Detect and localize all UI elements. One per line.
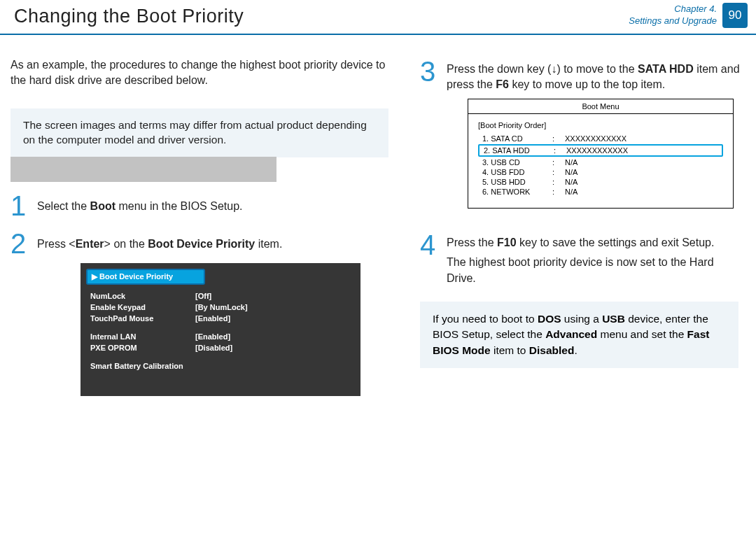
- step3-text: Press the down key (↓) to move to the SA…: [447, 57, 746, 93]
- tip-box: If you need to boot to DOS using a USB d…: [420, 302, 738, 368]
- step-4: 4 Press the F10 key to save the settings…: [420, 231, 746, 286]
- bios-screenshot: ▶ Boot Device Priority NumLock[Off] Enab…: [80, 263, 360, 396]
- bios-boot-device-priority: ▶ Boot Device Priority: [86, 269, 205, 285]
- boot-row: 6. NETWORK:N/A: [478, 187, 723, 197]
- boot-row: 3. USB CD:N/A: [478, 157, 723, 167]
- page-header: Changing the Boot Priority Chapter 4. Se…: [0, 0, 756, 35]
- step-number: 2: [10, 230, 29, 258]
- bios-footer: Smart Battery Calibration: [86, 360, 355, 372]
- bios-row: NumLock[Off]: [86, 290, 355, 302]
- note-box: The screen images and terms may differ f…: [10, 108, 388, 157]
- bios-row: Enable Keypad[By NumLock]: [86, 302, 355, 313]
- boot-row: 1. SATA CD:XXXXXXXXXXXX: [478, 134, 723, 143]
- chapter-line2: Settings and Upgrade: [629, 15, 717, 27]
- boot-row: 4. USB FDD:N/A: [478, 167, 723, 177]
- boot-menu-subtitle: [Boot Priority Order]: [478, 121, 723, 129]
- step1-text: Select the Boot menu in the BIOS Setup.: [37, 192, 242, 214]
- step2-text: Press <Enter> on the Boot Device Priorit…: [37, 230, 282, 252]
- boot-row-selected: 2. SATA HDD:XXXXXXXXXXXX: [478, 144, 723, 157]
- page-number-badge: 90: [722, 3, 748, 28]
- bios-row: PXE OPROM[Disabled]: [86, 342, 355, 353]
- step-number: 4: [420, 231, 438, 259]
- note-gray-block: [10, 157, 276, 182]
- step-number: 1: [10, 192, 29, 220]
- intro-text: As an example, the procedures to change …: [10, 57, 402, 87]
- left-column: As an example, the procedures to change …: [10, 57, 402, 396]
- boot-row: 5. USB HDD:N/A: [478, 177, 723, 187]
- step4-text: Press the F10 key to save the settings a…: [447, 231, 746, 286]
- bios-row: Internal LAN[Enabled]: [86, 331, 355, 342]
- chapter-block: Chapter 4. Settings and Upgrade 90: [629, 3, 748, 28]
- boot-menu-box: Boot Menu [Boot Priority Order] 1. SATA …: [468, 99, 734, 209]
- step-3: 3 Press the down key (↓) to move to the …: [420, 57, 746, 93]
- boot-menu-title: Boot Menu: [468, 99, 733, 114]
- bios-row: TouchPad Mouse[Enabled]: [86, 313, 355, 324]
- right-column: 3 Press the down key (↓) to move to the …: [420, 57, 746, 368]
- boot-menu-body: [Boot Priority Order] 1. SATA CD:XXXXXXX…: [468, 114, 733, 208]
- chapter-text: Chapter 4. Settings and Upgrade: [629, 3, 717, 27]
- step-1: 1 Select the Boot menu in the BIOS Setup…: [10, 192, 402, 220]
- step-number: 3: [420, 57, 438, 85]
- chapter-line1: Chapter 4.: [629, 3, 717, 15]
- step-2: 2 Press <Enter> on the Boot Device Prior…: [10, 230, 402, 258]
